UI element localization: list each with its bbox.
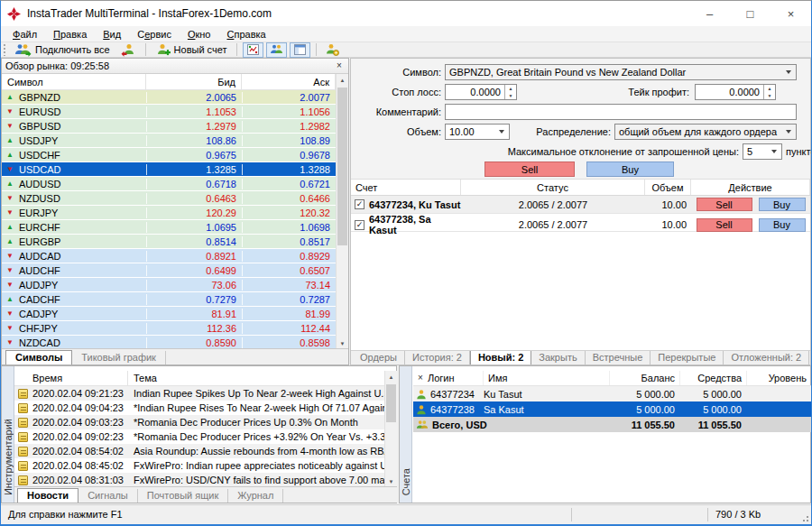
scroll-thumb[interactable]	[337, 88, 347, 245]
market-row[interactable]: USDJPY 108.86 108.89	[2, 134, 336, 148]
column-header-name[interactable]: Имя	[484, 371, 610, 385]
trade-tab[interactable]: Новый: 2	[470, 350, 531, 365]
menu-item[interactable]: Сервис	[129, 28, 180, 41]
scroll-up-icon[interactable]: ▲	[385, 371, 397, 383]
spinner-icon[interactable]: ▲▼	[763, 85, 775, 99]
account-row[interactable]: 64377234 Ku Tasut 5 000.00 5 000.00	[413, 386, 812, 401]
market-row[interactable]: GBPUSD 1.2979 1.2982	[2, 119, 336, 134]
account-row[interactable]: 64377238 Sa Kasut 5 000.00 5 000.00	[413, 401, 812, 417]
news-row[interactable]: 2020.02.04 09:02:23 *Romania Dec Produce…	[14, 429, 384, 444]
expert-settings-button[interactable]	[322, 42, 343, 58]
scroll-up-icon[interactable]: ▲	[337, 74, 348, 87]
market-row[interactable]: USDCHF 0.9675 0.9678	[2, 148, 336, 162]
market-row[interactable]: AUDJPY 73.06 73.14	[2, 278, 336, 292]
take-profit-input[interactable]: 0.0000 ▲▼	[695, 84, 776, 100]
market-watch-tab[interactable]: Тиковый график	[72, 351, 166, 365]
column-header-symbol[interactable]: Символ	[2, 74, 146, 89]
trade-tab[interactable]: Перекрытые	[651, 351, 724, 365]
trade-tab[interactable]: Закрыть	[531, 351, 585, 365]
market-row[interactable]: NZDUSD 0.6463 0.6466	[2, 191, 336, 206]
trade-tab[interactable]: Встречные	[586, 351, 651, 365]
column-header-login[interactable]: Логин	[413, 371, 484, 385]
market-row[interactable]: GBPNZD 2.0065 2.0077	[2, 90, 336, 105]
trade-tab[interactable]: История: 2	[405, 351, 470, 365]
market-watch-close-icon[interactable]: ×	[334, 60, 345, 71]
column-header-time[interactable]: Время	[14, 371, 128, 385]
news-tab[interactable]: Почтовый ящик	[138, 489, 228, 503]
market-row[interactable]: EURJPY 120.29 120.32	[2, 206, 336, 220]
resize-grip[interactable]	[800, 513, 809, 522]
market-row[interactable]: CADJPY 81.91 81.99	[2, 307, 336, 321]
stop-loss-input[interactable]: 0.0000 ▲▼	[445, 84, 517, 100]
column-header-account[interactable]: Счет	[351, 180, 461, 195]
minimize-button[interactable]: –	[689, 1, 730, 26]
spinner-icon[interactable]: ▲▼	[504, 85, 516, 99]
news-row[interactable]: 2020.02.04 09:03:23 *Romania Dec Produce…	[14, 415, 384, 429]
column-header-action[interactable]: Действие	[691, 180, 810, 195]
terminal-toggle-button[interactable]	[290, 42, 310, 58]
market-row[interactable]: EURCHF 1.0695 1.0698	[2, 220, 336, 235]
scroll-thumb[interactable]	[386, 384, 396, 422]
row-sell-button[interactable]: Sell	[697, 218, 752, 232]
connect-all-button[interactable]: Подключить все	[11, 42, 114, 57]
market-row[interactable]: EURUSD 1.1053 1.1056	[2, 105, 336, 119]
menu-item[interactable]: Файл	[5, 28, 45, 41]
accounts-toggle-button[interactable]	[266, 42, 287, 58]
column-header-level[interactable]: Уровень	[747, 371, 812, 385]
volume-select[interactable]: 10.00	[445, 124, 510, 140]
news-tab[interactable]: Сигналы	[78, 489, 138, 503]
news-row[interactable]: 2020.02.04 08:31:03 FxWirePro: USD/CNY f…	[14, 473, 384, 487]
news-row[interactable]: 2020.02.04 08:54:02 Asia Roundup: Aussie…	[14, 444, 384, 458]
column-header-volume[interactable]: Объем	[645, 180, 691, 195]
news-row[interactable]: 2020.02.04 09:04:23 *Indian Rupee Rises …	[14, 401, 384, 415]
news-tab[interactable]: Журнал	[228, 489, 283, 503]
market-row[interactable]: EURGBP 0.8514 0.8517	[2, 235, 336, 249]
toolbar-grip[interactable]	[3, 43, 6, 56]
news-scrollbar[interactable]: ▲ ▼	[384, 371, 397, 488]
market-row[interactable]: CHFJPY 112.36 112.44	[2, 321, 336, 336]
news-row[interactable]: 2020.02.04 08:45:02 FxWirePro: Indian ru…	[14, 458, 384, 473]
toolbox-vertical-tab[interactable]: Инструментарий	[2, 366, 14, 503]
news-row[interactable]: 2020.02.04 09:21:23 Indian Rupee Spikes …	[14, 386, 384, 401]
checkbox-checked-icon[interactable]: ✓	[355, 199, 364, 209]
market-watch-tab[interactable]: Символы	[5, 350, 72, 365]
row-sell-button[interactable]: Sell	[697, 198, 752, 211]
column-header-ask[interactable]: Аск	[242, 74, 336, 89]
checkbox-checked-icon[interactable]: ✓	[355, 220, 364, 230]
column-header-topic[interactable]: Тема	[128, 373, 157, 383]
new-account-button[interactable]: Новый счет	[152, 42, 231, 57]
menu-item[interactable]: Окно	[180, 28, 219, 41]
menu-item[interactable]: Вид	[95, 28, 129, 41]
column-header-status[interactable]: Статус	[461, 180, 645, 195]
market-row[interactable]: CADCHF 0.7279 0.7287	[2, 292, 336, 307]
row-buy-button[interactable]: Buy	[759, 218, 806, 232]
toolbox-tab-label[interactable]: Инструментарий	[3, 419, 14, 495]
buy-button[interactable]: Buy	[586, 161, 674, 177]
distribution-select[interactable]: общий объем для каждого ордера	[614, 124, 797, 140]
trade-tab[interactable]: Ордеры	[353, 351, 405, 365]
menu-item[interactable]: Справка	[218, 28, 273, 41]
close-button[interactable]: ×	[770, 1, 811, 26]
disconnect-all-button[interactable]	[116, 42, 140, 57]
market-watch-scrollbar[interactable]: ▲ ▼	[336, 74, 348, 350]
column-header-balance[interactable]: Баланс	[610, 371, 680, 385]
column-header-bid[interactable]: Бид	[146, 74, 242, 89]
market-watch-toggle-button[interactable]	[243, 42, 263, 58]
sell-button[interactable]: Sell	[484, 161, 575, 177]
market-row[interactable]: AUDCAD 0.8921 0.8929	[2, 249, 336, 263]
comment-input[interactable]	[445, 104, 797, 120]
market-row[interactable]: AUDCHF 0.6499 0.6507	[2, 263, 336, 278]
trade-tab[interactable]: Отложенный: 2	[724, 351, 809, 365]
market-row[interactable]: AUDUSD 0.6718 0.6721	[2, 177, 336, 191]
news-tab[interactable]: Новости	[17, 488, 78, 503]
market-row[interactable]: USDCAD 1.3285 1.3288	[2, 162, 336, 177]
accounts-tab-label[interactable]: Счета	[401, 468, 411, 495]
column-header-equity[interactable]: Средства	[680, 371, 747, 385]
accounts-vertical-tab[interactable]: Счета	[400, 366, 412, 503]
menu-item[interactable]: Правка	[45, 28, 95, 41]
maximize-button[interactable]: □	[730, 1, 770, 26]
row-buy-button[interactable]: Buy	[759, 198, 806, 211]
symbol-select[interactable]: GBPNZD, Great Britain Pound vs New Zeala…	[445, 64, 797, 80]
trade-tab[interactable]: Изменить	[809, 351, 810, 365]
deviation-select[interactable]: 5	[743, 143, 782, 160]
